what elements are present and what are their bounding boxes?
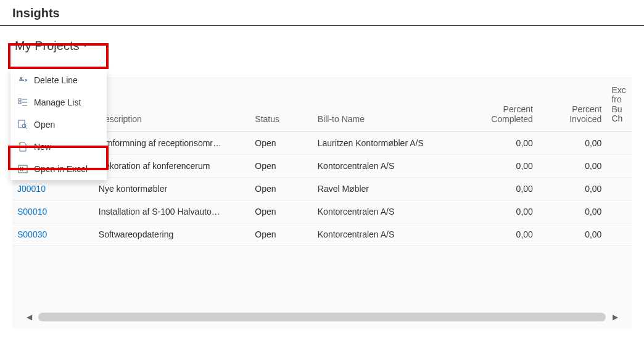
list-view-menu: Delete Line Manage List Open New Open in… [10,69,107,180]
svg-line-7 [25,127,27,129]
cell-status: Open [250,177,312,200]
table-row[interactable]: J00010 Nye kontormøbler Open Ravel Møble… [12,177,632,200]
cell-no[interactable]: S00030 [12,223,94,245]
svg-rect-1 [19,102,21,104]
cell-description: Omformning af receptionsomr… [94,131,250,154]
delete-line-icon [18,75,28,85]
col-percent-invoiced-header[interactable]: Percent Invoiced [538,78,607,131]
menu-item-label: New [34,142,51,152]
cell-description: Nye kontormøbler [94,177,250,200]
cell-billto: Ravel Møbler [313,177,463,200]
list-view-label: My Projects [15,39,79,53]
new-doc-icon [18,142,28,152]
cell-percent-completed: 0,00 [463,131,538,154]
cell-description: Softwareopdatering [94,223,250,245]
svg-rect-0 [19,99,21,101]
page-title: Insights [0,0,644,26]
menu-item-manage-list[interactable]: Manage List [10,91,107,113]
cell-excluded [606,200,632,223]
svg-rect-8 [19,165,27,173]
cell-excluded [606,131,632,154]
cell-percent-invoiced: 0,00 [538,177,607,200]
cell-percent-invoiced: 0,00 [538,154,607,177]
cell-status: Open [250,131,312,154]
scrollbar-track[interactable] [38,313,606,321]
cell-billto: Kontorcentralen A/S [313,200,463,223]
menu-item-label: Manage List [34,97,81,107]
col-percent-completed-header[interactable]: Percent Completed [463,78,538,131]
scroll-left-icon[interactable]: ◀ [23,311,35,323]
cell-status: Open [250,223,312,245]
cell-no[interactable]: J00010 [12,177,94,200]
cell-percent-invoiced: 0,00 [538,223,607,245]
cell-percent-invoiced: 0,00 [538,200,607,223]
cell-excluded [606,177,632,200]
col-excluded-header[interactable]: Exc fro Bu Ch [606,78,632,131]
cell-status: Open [250,154,312,177]
excel-icon [18,164,28,174]
col-description-header[interactable]: Description [94,78,250,131]
menu-item-label: Delete Line [34,75,78,85]
menu-item-label: Open [34,120,55,130]
cell-status: Open [250,200,312,223]
cell-billto: Lauritzen Kontormøbler A/S [313,131,463,154]
manage-list-icon [18,97,28,107]
cell-billto: Kontorcentralen A/S [313,223,463,245]
cell-percent-completed: 0,00 [463,223,538,245]
cell-description: Installation af S-100 Halvauto… [94,200,250,223]
menu-item-open-in-excel[interactable]: Open in Excel [10,158,107,180]
menu-item-delete-line[interactable]: Delete Line [10,69,107,91]
open-magnify-icon [18,120,28,130]
menu-item-label: Open in Excel [34,164,88,174]
cell-percent-invoiced: 0,00 [538,131,607,154]
cell-percent-completed: 0,00 [463,177,538,200]
cell-excluded [606,223,632,245]
table-row[interactable]: S00030 Softwareopdatering Open Kontorcen… [12,223,632,245]
list-view-dropdown[interactable]: My Projects [12,35,91,57]
col-status-header[interactable]: Status [250,78,312,131]
horizontal-scrollbar[interactable]: ◀ ▶ [12,308,632,329]
cell-billto: Kontorcentralen A/S [313,154,463,177]
chevron-down-icon [81,41,89,51]
table-row[interactable]: S00010 Installation af S-100 Halvauto… O… [12,200,632,223]
menu-item-open[interactable]: Open [10,113,107,136]
menu-item-new[interactable]: New [10,136,107,158]
cell-no[interactable]: S00010 [12,200,94,223]
cell-description: Dekoration af konferencerum [94,154,250,177]
col-billto-header[interactable]: Bill-to Name [313,78,463,131]
cell-excluded [606,154,632,177]
scroll-right-icon[interactable]: ▶ [609,311,621,323]
cell-percent-completed: 0,00 [463,154,538,177]
cell-percent-completed: 0,00 [463,200,538,223]
